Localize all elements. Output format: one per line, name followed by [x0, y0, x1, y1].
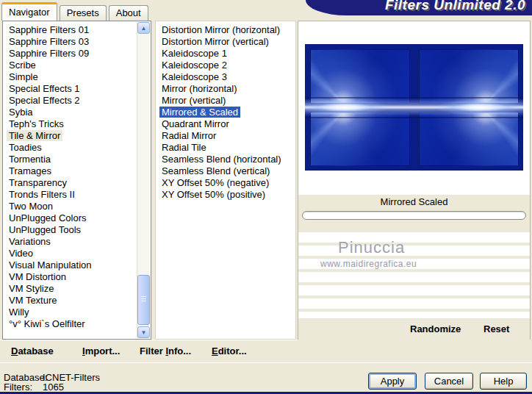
preview-area [298, 21, 530, 194]
preview-quadrant [419, 49, 519, 104]
list-item[interactable]: Tormentia [4, 153, 137, 165]
selected-filter-label: Mirrored Scaled [298, 194, 530, 209]
list-item[interactable]: Seamless Blend (horizontal) [157, 153, 294, 165]
app-title: Filters Unlimited 2.0 [385, 0, 525, 13]
preview-light-band [305, 98, 523, 116]
list-item[interactable]: XY Offset 50% (positive) [157, 188, 294, 200]
apply-button[interactable]: Apply [368, 373, 417, 390]
preview-quadrant [419, 112, 519, 166]
list-item[interactable]: Kaleidoscope 2 [157, 59, 294, 71]
list-item[interactable]: Video [4, 247, 137, 259]
editor-button[interactable]: Editor... [212, 340, 247, 362]
filter-list: Distortion Mirror (horizontal)Distortion… [157, 24, 294, 200]
scroll-up-icon[interactable]: ▲ [137, 22, 150, 34]
list-item[interactable]: Willy [4, 306, 137, 318]
list-item[interactable]: VM Texture [4, 294, 137, 306]
database-toolbar: Database Import... Filter Info... Editor… [0, 340, 298, 363]
list-item[interactable]: Sybia [4, 106, 137, 118]
list-item[interactable]: °v° Kiwi`s Oelfilter [4, 318, 137, 329]
list-item[interactable]: VM Distortion [4, 271, 137, 282]
list-item[interactable]: XY Offset 50% (negative) [157, 176, 294, 188]
tab-navigator[interactable]: Navigator [1, 2, 57, 21]
list-item[interactable]: Kaleidoscope 1 [157, 47, 294, 59]
list-item[interactable]: Two Moon [4, 200, 137, 212]
list-item[interactable]: Tramages [4, 165, 137, 176]
parameter-rows: Pinuccia www.maidiregrafica.eu [298, 232, 530, 318]
randomize-button[interactable]: Randomize [410, 318, 461, 340]
filter-info-button[interactable]: Filter Info... [140, 340, 191, 362]
list-item[interactable]: Tile & Mirror [4, 129, 137, 141]
title-banner: Filters Unlimited 2.0 [306, 0, 532, 15]
list-item[interactable]: Teph's Tricks [4, 118, 137, 129]
list-item[interactable]: Distortion Mirror (vertical) [157, 35, 294, 47]
list-item[interactable]: Simple [4, 71, 137, 82]
list-item[interactable]: Quadrant Mirror [157, 118, 294, 129]
list-item[interactable]: Special Effects 2 [4, 94, 137, 106]
watermark-text: Pinuccia [338, 238, 405, 257]
filters-count-value: 1065 [43, 382, 64, 393]
list-item[interactable]: Radial Mirror [157, 129, 294, 141]
list-item[interactable]: Mirrored & Scaled [157, 106, 294, 118]
list-item[interactable]: Mirror (vertical) [157, 94, 294, 106]
list-item[interactable]: Radial Tile [157, 141, 294, 153]
list-item[interactable]: Kaleidoscope 3 [157, 71, 294, 82]
help-button[interactable]: Help [480, 373, 527, 390]
preview-seam [305, 117, 523, 118]
progress-row [298, 209, 530, 232]
database-button[interactable]: Database [11, 340, 54, 362]
list-item[interactable]: Sapphire Filters 03 [4, 35, 137, 47]
watermark-url: www.maidiregrafica.eu [320, 259, 417, 269]
list-item[interactable]: UnPlugged Colors [4, 212, 137, 223]
filters-count-label: Filters: [4, 382, 32, 393]
scrollbar-thumb[interactable] [137, 275, 150, 325]
tab-about[interactable]: About [109, 5, 148, 21]
list-item[interactable]: Transparency [4, 176, 137, 188]
list-item[interactable]: Scribe [4, 59, 137, 71]
list-item[interactable]: Variations [4, 235, 137, 247]
list-item[interactable]: Distortion Mirror (horizontal) [157, 24, 294, 35]
list-item[interactable]: Tronds Filters II [4, 188, 137, 200]
status-bar: Database: ICNET-Filters Filters: 1065 Ap… [0, 362, 532, 393]
reset-button[interactable]: Reset [484, 318, 509, 340]
cancel-button[interactable]: Cancel [425, 373, 473, 390]
tab-presets[interactable]: Presets [60, 5, 107, 21]
list-item[interactable]: Toadies [4, 141, 137, 153]
category-listbox: Sapphire Filters 01Sapphire Filters 03Sa… [2, 21, 151, 340]
list-item[interactable]: UnPlugged Tools [4, 223, 137, 235]
scrollbar[interactable]: ▲ ▼ [137, 22, 150, 338]
list-item[interactable]: Sapphire Filters 09 [4, 47, 137, 59]
tab-bar: Navigator Presets About [1, 2, 151, 21]
filter-listbox: Distortion Mirror (horizontal)Distortion… [155, 21, 296, 340]
scroll-down-icon[interactable]: ▼ [137, 326, 150, 338]
list-item[interactable]: Seamless Blend (vertical) [157, 165, 294, 176]
list-item[interactable]: VM Stylize [4, 282, 137, 294]
preview-quadrant [310, 112, 410, 166]
preview-progress-bar [302, 211, 526, 220]
preview-panel: Mirrored Scaled Pinuccia www.maidiregraf… [298, 21, 531, 340]
list-item[interactable]: Mirror (horizontal) [157, 82, 294, 94]
filter-preview-image [305, 44, 523, 171]
list-item[interactable]: Special Effects 1 [4, 82, 137, 94]
list-item[interactable]: Visual Manipulation [4, 259, 137, 271]
import-button[interactable]: Import... [82, 340, 120, 362]
list-item[interactable]: Sapphire Filters 01 [4, 24, 137, 35]
category-list: Sapphire Filters 01Sapphire Filters 03Sa… [4, 24, 137, 329]
preview-toolbar: Randomize Reset [298, 318, 530, 340]
preview-quadrant [310, 49, 410, 104]
